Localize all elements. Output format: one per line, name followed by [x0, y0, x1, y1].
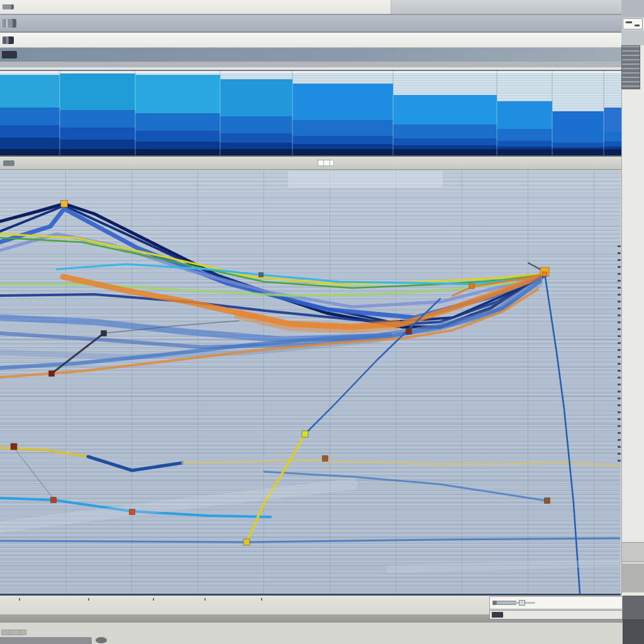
ruler-tick — [153, 598, 154, 601]
surface-band — [393, 145, 497, 149]
toolbar-gap-bar — [0, 62, 644, 71]
surface-band — [497, 141, 552, 147]
surface-band — [292, 149, 393, 155]
surface-band — [552, 133, 604, 143]
segment-icon[interactable] — [492, 612, 498, 618]
surface-band — [0, 149, 60, 155]
surface-band — [135, 142, 220, 149]
series-royal-stream — [0, 209, 545, 318]
menubar — [0, 0, 644, 14]
surface-band — [393, 125, 497, 138]
ruler-tick — [88, 598, 89, 601]
right-panel-spacer — [621, 30, 644, 45]
brown-node-b[interactable] — [323, 456, 328, 462]
brown-node[interactable] — [545, 498, 550, 504]
right-axis-ticks — [618, 245, 621, 462]
toolbar-lower — [0, 33, 644, 48]
surface-band — [393, 95, 497, 125]
segment-icon[interactable] — [2, 51, 11, 58]
arrow-icon[interactable] — [492, 601, 497, 605]
surface-band — [552, 149, 604, 155]
surface-band — [135, 149, 220, 155]
surface-band — [0, 138, 60, 149]
surface-band — [135, 113, 220, 131]
surface-band — [60, 149, 135, 155]
application-window — [0, 0, 644, 644]
yellowgreen-node[interactable] — [302, 431, 308, 437]
status-progress-blob — [0, 637, 92, 644]
surface-band — [135, 75, 220, 113]
surface-band — [0, 108, 60, 125]
surface-band — [552, 111, 604, 133]
surface-band — [393, 138, 497, 145]
tool-icon-icon[interactable] — [3, 19, 6, 28]
surface-top-line — [0, 71, 644, 73]
status-dot — [96, 637, 107, 643]
bottom-right-corner-lower — [623, 619, 644, 644]
slider-thumb[interactable] — [519, 600, 525, 606]
ridge-peak-node[interactable] — [61, 201, 68, 208]
plot-canvas[interactable] — [0, 170, 620, 594]
dash-icon — [635, 25, 640, 26]
dash-icon — [626, 21, 632, 23]
orange-node[interactable] — [469, 284, 474, 289]
ruler-tick — [261, 598, 262, 601]
surface-band — [220, 143, 292, 149]
surface-band — [292, 120, 393, 136]
status-segment-row — [489, 610, 623, 619]
panel-button[interactable] — [623, 18, 643, 30]
surface-band — [135, 131, 220, 142]
series-faint-drop — [14, 448, 53, 499]
series-tan-line — [182, 460, 620, 465]
gray-node[interactable] — [259, 273, 264, 277]
ruler-tick — [204, 598, 206, 601]
surface-band — [60, 110, 135, 128]
ruler-tick — [19, 598, 20, 601]
surface-band — [552, 143, 604, 147]
red-node-b[interactable] — [11, 443, 17, 450]
series-blue-low-band — [0, 335, 390, 368]
series-bottom-blue — [0, 538, 620, 542]
surface-band — [292, 136, 393, 144]
surface-band — [60, 140, 135, 149]
bottom-right-corner-upper — [623, 596, 644, 619]
red-node-c[interactable] — [51, 497, 57, 503]
scroll-block-upper[interactable] — [622, 542, 644, 562]
surface-band — [60, 74, 135, 110]
series-navy-ridge-upper — [0, 204, 545, 327]
tool-icon-icon[interactable] — [3, 36, 6, 44]
surface-band — [292, 84, 393, 120]
surface-band — [60, 128, 135, 140]
red-node-a[interactable] — [49, 371, 55, 377]
tool-icon-icon[interactable] — [3, 160, 13, 166]
surface-band — [220, 133, 292, 143]
yellow-node[interactable] — [243, 539, 250, 545]
series-pale-streak-a — [0, 484, 352, 527]
scroll-block-lower[interactable] — [622, 564, 644, 592]
toolbar-upper — [0, 15, 644, 31]
darkred-node[interactable] — [406, 329, 412, 335]
surface-band — [0, 125, 60, 138]
main-node-core[interactable] — [543, 272, 547, 277]
dark-node[interactable] — [101, 331, 107, 336]
series-pale-streak-b — [390, 563, 620, 569]
surface-band — [220, 79, 292, 116]
right-panel-header — [621, 0, 644, 18]
surface-band-chart[interactable] — [0, 71, 644, 155]
surface-band — [0, 75, 60, 108]
surface-band — [497, 147, 552, 149]
status-blob-icon[interactable] — [1, 630, 10, 635]
tool-icon-icon[interactable] — [318, 160, 324, 166]
plot-toolbar — [0, 155, 644, 170]
surface-band — [220, 149, 292, 155]
tool-icon-icon[interactable] — [3, 4, 10, 9]
surface-band — [292, 144, 393, 149]
orange-node-b[interactable] — [130, 509, 135, 515]
scrollbar-thumb[interactable] — [621, 45, 640, 89]
surface-band — [393, 149, 497, 155]
surface-band — [497, 101, 552, 129]
surface-band — [552, 147, 604, 149]
zoom-slider[interactable] — [495, 602, 535, 604]
surface-band — [497, 149, 552, 155]
series-long-drop — [545, 273, 580, 594]
